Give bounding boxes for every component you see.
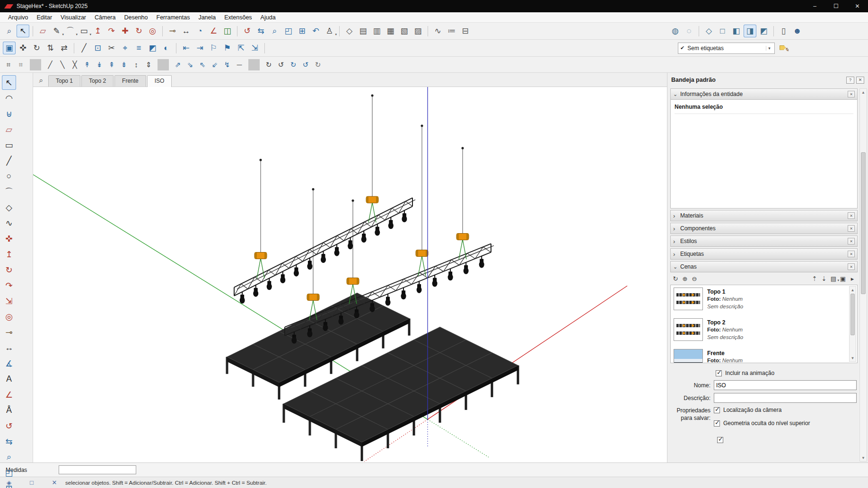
undo-redo-icon[interactable]: ⇄ [58, 42, 70, 54]
tab-topo-1[interactable]: Topo 1 [48, 75, 80, 87]
close-button[interactable]: ✕ [847, 0, 868, 12]
tab-iso[interactable]: ISO [147, 75, 172, 87]
rotate-cw-blue-icon[interactable]: ↻ [288, 59, 299, 70]
scene-prop-checkbox-cutoff[interactable] [717, 437, 723, 443]
slope-up-icon[interactable]: ╱ [44, 59, 56, 70]
layers-stack-icon[interactable]: ≡ [132, 42, 145, 54]
followme-tool-icon[interactable]: ↷ [2, 278, 16, 293]
scale-tool-icon[interactable]: ⇲ [2, 294, 16, 308]
hide-details-icon[interactable]: ⇣ [819, 274, 829, 283]
descricao-input[interactable] [714, 393, 857, 403]
3d-text-tool-icon[interactable]: Å [2, 403, 16, 418]
medidas-input[interactable] [59, 465, 136, 474]
shaded-textures-style-icon[interactable]: ◨ [744, 25, 756, 37]
scroll-up-icon[interactable]: ▲ [860, 89, 867, 96]
truss-grid-alt-icon[interactable]: ⌗ [15, 59, 26, 70]
followme-tool-icon[interactable]: ↷ [105, 25, 118, 37]
protractor-tool-icon[interactable]: ∡ [2, 356, 16, 371]
panel-materiais[interactable]: Materiais ✕ [670, 210, 858, 221]
menu-editar[interactable]: Editar [32, 13, 56, 22]
tray-scrollbar[interactable]: ▲ ▼ [859, 88, 867, 462]
dimension-tool-icon[interactable]: ↔ [2, 340, 16, 355]
arrow-to-right-icon[interactable]: ⇥ [193, 42, 206, 54]
offset-tool-icon[interactable]: ◎ [146, 25, 159, 37]
nome-input[interactable] [714, 380, 857, 390]
scene-item[interactable]: Topo 1 Foto:Nenhum Sem descrição [674, 288, 848, 315]
maximize-button[interactable]: ☐ [825, 0, 847, 12]
swap-updown-icon[interactable]: ⇅ [44, 42, 57, 54]
scene-prop-row-cutoff[interactable] [717, 437, 857, 443]
hidden-line-style-icon[interactable]: □ [716, 25, 729, 37]
rotate-tool-icon[interactable]: ↻ [132, 25, 145, 37]
viewport[interactable] [33, 87, 667, 462]
panel-componentes[interactable]: Componentes ✕ [670, 223, 858, 234]
include-animation-checkbox[interactable] [716, 370, 722, 376]
menu-ferramentas[interactable]: Ferramentas [152, 13, 194, 22]
scene-prop-row[interactable]: Localização da câmera [714, 407, 857, 413]
scene-item[interactable]: Frente Foto:Nenhum Sem descrição [674, 349, 848, 363]
remove-scene-icon[interactable]: ⊖ [690, 274, 699, 283]
snap-in-icon[interactable]: ⇱ [235, 42, 247, 54]
panel-cenas-header[interactable]: Cenas ✕ [670, 261, 858, 272]
slope-cross-icon[interactable]: ╳ [69, 59, 80, 70]
new-document-icon[interactable]: ▯ [777, 25, 790, 37]
rectangle-tool-icon[interactable]: ▭ [2, 138, 16, 152]
component-attributes-icon[interactable]: ⊟ [459, 25, 472, 37]
arrow-to-left-icon[interactable]: ⇤ [180, 42, 193, 54]
chevron-down-icon[interactable]: ▾ [766, 46, 772, 51]
tray-close-button[interactable]: ✕ [856, 77, 864, 84]
panel-close-icon[interactable]: ✕ [848, 225, 855, 232]
panel-close-icon[interactable]: ✕ [848, 212, 855, 219]
section-plane-icon[interactable]: ◫ [221, 25, 234, 37]
shaded-style-icon[interactable]: ◧ [730, 25, 743, 37]
scroll-thumb[interactable] [850, 294, 855, 335]
back-edges-style-icon[interactable]: ◌ [683, 25, 695, 37]
scene-prop-checkbox[interactable] [714, 420, 720, 427]
half-sphere-icon[interactable]: ◐ [160, 42, 173, 54]
panel-informacoes-header[interactable]: Informações da entidade ✕ [670, 88, 858, 100]
view-iso-icon[interactable]: ◇ [343, 25, 356, 37]
place-target-icon[interactable]: ⌖ [119, 42, 132, 54]
circle-tool-icon[interactable]: ○ [2, 169, 16, 183]
eraser-tool-icon[interactable]: ▱ [2, 122, 16, 137]
scroll-up-icon[interactable]: ▲ [850, 287, 856, 293]
menu-camera[interactable]: Câmera [90, 13, 120, 22]
polygon-tool-icon[interactable]: ◇ [2, 200, 16, 215]
slope-ne-icon[interactable]: ⇗ [172, 59, 184, 70]
slope-nw-icon[interactable]: ⇖ [197, 59, 208, 70]
arrow-down-steps-icon[interactable]: ↡ [94, 59, 105, 70]
move-tool-icon[interactable]: ✜ [2, 231, 16, 246]
truss-grid-icon[interactable]: ⌗ [3, 59, 14, 70]
rotate-ccw-blue-icon[interactable]: ↺ [300, 59, 311, 70]
axes-tool-icon[interactable]: ∠ [2, 387, 16, 402]
eraser-tool-icon[interactable]: ▱ [36, 25, 49, 37]
rectangle-tool-icon[interactable]: ▭ [78, 25, 90, 37]
zoom-extents-icon[interactable]: ⊞ [2, 481, 16, 488]
minimize-button[interactable]: – [804, 0, 825, 12]
flat-line-icon[interactable]: ─ [234, 59, 245, 70]
select-tool-icon[interactable]: ↖ [17, 25, 29, 37]
pan-tool-icon[interactable]: ⇆ [2, 434, 16, 449]
axes-tool-icon[interactable]: ∠ [207, 25, 220, 37]
zoom-extents-icon[interactable]: ⊞ [296, 25, 308, 37]
snap-out-icon[interactable]: ⇲ [248, 42, 261, 54]
panel-close-icon[interactable]: ✕ [848, 251, 855, 257]
scroll-thumb[interactable] [861, 152, 866, 294]
close-overlay-icon[interactable]: ✕ [50, 479, 59, 487]
slope-line-icon[interactable]: ╱ [78, 42, 90, 54]
tab-frente[interactable]: Frente [114, 75, 146, 87]
menu-extensoes[interactable]: Extensões [220, 13, 256, 22]
paint-bucket-icon[interactable]: ⊎ [2, 106, 16, 121]
height-measure-icon[interactable]: ↕ [131, 59, 142, 70]
overlay-panel-icon[interactable]: □ [27, 479, 36, 487]
shaded-face-icon[interactable]: ◩ [146, 42, 159, 54]
orbit-tool-icon[interactable]: ↺ [2, 418, 16, 433]
protractor-tool-icon[interactable]: ◔ [193, 25, 206, 37]
view-options-icon[interactable]: ▤ [829, 274, 838, 283]
scene-context-menu-icon[interactable]: ▸ [848, 274, 857, 283]
save-scene-thumb-icon[interactable]: ▣ [838, 274, 848, 283]
generate-report-icon[interactable]: ∿ [431, 25, 444, 37]
view-top-icon[interactable]: ▤ [357, 25, 369, 37]
view-left-icon[interactable]: ▨ [412, 25, 424, 37]
panel-close-icon[interactable]: ✕ [848, 238, 855, 244]
